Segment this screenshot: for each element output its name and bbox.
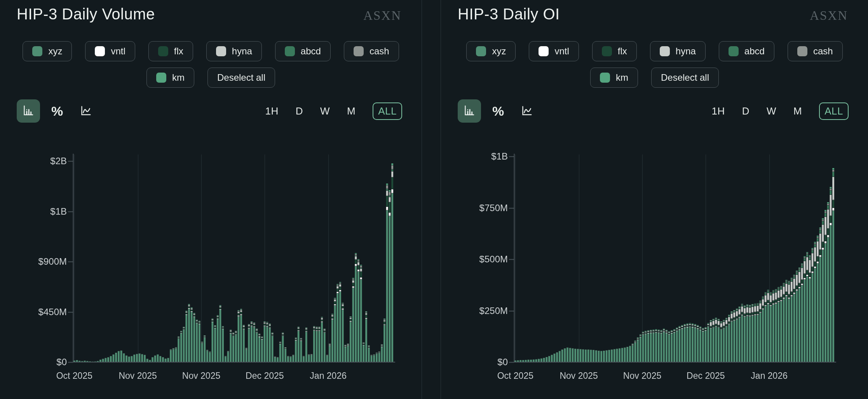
- page-title: HIP-3 Daily OI: [458, 5, 560, 23]
- bar-chart-view-button[interactable]: [17, 99, 40, 123]
- legend-row: kmDeselect all: [590, 68, 719, 88]
- legend-toggle-xyz[interactable]: xyz: [466, 41, 516, 61]
- range-d-button[interactable]: D: [296, 105, 303, 117]
- chart-toolbar: % 1H D W M ALL: [458, 99, 849, 123]
- asxn-logo: ASXN: [810, 9, 848, 23]
- legend-label: cash: [370, 46, 389, 57]
- abcd-color-swatch: [285, 46, 295, 56]
- legend-label: xyz: [48, 46, 62, 57]
- legend-row: xyzvntlflxhynaabcdcash: [466, 41, 842, 61]
- percent-view-button[interactable]: %: [45, 99, 69, 123]
- page: $0$450M$900M$1B$2BOct 2025Nov 2025Nov 20…: [0, 0, 868, 399]
- deselect-all-button[interactable]: Deselect all: [651, 68, 719, 88]
- y-axis-label: $1B: [9, 206, 67, 217]
- abcd-color-swatch: [729, 46, 739, 56]
- legend-label: xyz: [492, 46, 506, 57]
- view-mode-group: %: [17, 99, 98, 123]
- legend: xyzvntlflxhynaabcdcash kmDeselect all: [0, 41, 422, 88]
- legend-toggle-abcd[interactable]: abcd: [275, 41, 331, 61]
- legend-toggle-cash[interactable]: cash: [344, 41, 399, 61]
- y-axis-label: $450M: [9, 307, 67, 317]
- range-all-button[interactable]: ALL: [819, 102, 849, 120]
- hyna-color-swatch: [216, 46, 226, 56]
- legend-label: km: [172, 72, 185, 83]
- legend-toggle-cash[interactable]: cash: [788, 41, 843, 61]
- range-w-button[interactable]: W: [320, 105, 330, 117]
- flx-color-swatch: [158, 46, 168, 56]
- percent-icon: %: [492, 104, 504, 119]
- x-axis-label: Nov 2025: [546, 371, 612, 381]
- y-axis-label: $900M: [9, 256, 67, 267]
- x-axis-label: Nov 2025: [168, 371, 234, 381]
- range-1h-button[interactable]: 1H: [265, 105, 278, 117]
- legend-toggle-hyna[interactable]: hyna: [650, 41, 706, 61]
- deselect-all-button[interactable]: Deselect all: [207, 68, 275, 88]
- y-axis-label: $750M: [450, 203, 508, 213]
- y-axis-label: $0: [9, 357, 67, 368]
- view-mode-group: %: [458, 99, 539, 123]
- legend-toggle-vntl[interactable]: vntl: [529, 41, 579, 61]
- legend-label: flx: [618, 46, 627, 57]
- x-axis-label: Dec 2025: [232, 371, 298, 381]
- vntl-color-swatch: [539, 46, 549, 56]
- bar-chart-icon: [21, 104, 35, 119]
- legend-toggle-xyz[interactable]: xyz: [23, 41, 72, 61]
- x-axis-label: Nov 2025: [609, 371, 675, 381]
- line-chart-view-button[interactable]: [515, 99, 539, 123]
- range-d-button[interactable]: D: [742, 105, 749, 117]
- legend-toggle-vntl[interactable]: vntl: [85, 41, 135, 61]
- legend-label: hyna: [232, 46, 252, 57]
- range-1h-button[interactable]: 1H: [711, 105, 725, 117]
- legend-toggle-abcd[interactable]: abcd: [719, 41, 774, 61]
- y-axis-label: $2B: [9, 156, 67, 167]
- chart-toolbar: % 1H D W M ALL: [17, 99, 402, 123]
- legend-label: hyna: [676, 46, 696, 57]
- y-axis-label: $1B: [450, 151, 508, 162]
- range-m-button[interactable]: M: [347, 105, 356, 117]
- percent-view-button[interactable]: %: [486, 99, 510, 123]
- daily-volume-panel: $0$450M$900M$1B$2BOct 2025Nov 2025Nov 20…: [0, 0, 422, 399]
- legend-toggle-flx[interactable]: flx: [592, 41, 637, 61]
- bar-chart-icon: [462, 104, 476, 119]
- legend-label: abcd: [744, 46, 765, 57]
- cash-color-swatch: [797, 46, 807, 56]
- legend-row: xyzvntlflxhynaabcdcash: [23, 41, 399, 61]
- range-all-button[interactable]: ALL: [373, 102, 402, 120]
- x-axis-label: Jan 2026: [295, 371, 361, 381]
- line-chart-icon: [79, 104, 93, 119]
- legend-row: kmDeselect all: [146, 68, 275, 88]
- xyz-color-swatch: [32, 46, 42, 56]
- legend-label: flx: [174, 46, 183, 57]
- percent-icon: %: [51, 104, 63, 119]
- vntl-color-swatch: [95, 46, 105, 56]
- xyz-color-swatch: [476, 46, 486, 56]
- range-m-button[interactable]: M: [793, 105, 802, 117]
- legend-toggle-hyna[interactable]: hyna: [206, 41, 262, 61]
- line-chart-view-button[interactable]: [74, 99, 98, 123]
- cash-color-swatch: [354, 46, 364, 56]
- y-axis-label: $500M: [450, 254, 508, 265]
- legend: xyzvntlflxhynaabcdcash kmDeselect all: [441, 41, 868, 88]
- bar-chart-view-button[interactable]: [458, 99, 481, 123]
- x-axis-label: Jan 2026: [736, 371, 802, 381]
- page-title: HIP-3 Daily Volume: [17, 5, 155, 23]
- legend-toggle-km[interactable]: km: [590, 68, 638, 88]
- x-axis-label: Oct 2025: [41, 371, 107, 381]
- flx-color-swatch: [602, 46, 612, 56]
- km-color-swatch: [600, 73, 610, 83]
- hyna-color-swatch: [660, 46, 670, 56]
- y-axis-label: $0: [450, 357, 508, 368]
- legend-label: km: [616, 72, 628, 83]
- legend-label: vntl: [111, 46, 125, 57]
- x-axis-label: Nov 2025: [105, 371, 171, 381]
- x-axis-label: Dec 2025: [673, 371, 739, 381]
- x-axis-label: Oct 2025: [482, 371, 548, 381]
- legend-toggle-flx[interactable]: flx: [148, 41, 193, 61]
- panel-divider-left: [422, 0, 422, 399]
- range-w-button[interactable]: W: [767, 105, 776, 117]
- km-color-swatch: [156, 73, 166, 83]
- asxn-logo: ASXN: [363, 9, 401, 23]
- legend-toggle-km[interactable]: km: [146, 68, 194, 88]
- y-axis-label: $250M: [450, 305, 508, 316]
- daily-oi-panel: $0$250M$500M$750M$1BOct 2025Nov 2025Nov …: [441, 0, 868, 399]
